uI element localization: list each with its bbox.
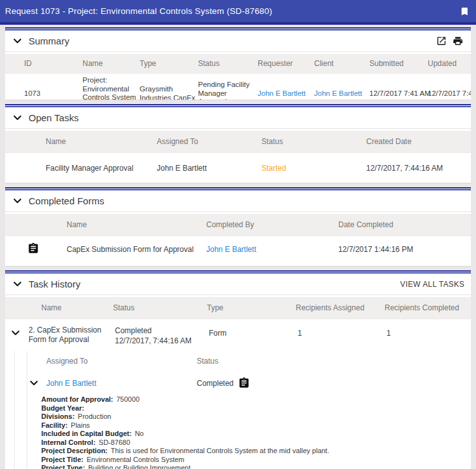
section-title: Open Tasks (29, 112, 465, 123)
client-link[interactable]: John E Bartlett (314, 89, 362, 97)
task-name: Facility Manager Approval (46, 164, 157, 173)
recipient-link[interactable]: John E Bartlett (46, 379, 96, 388)
column-header: Status (113, 303, 207, 312)
recipients-completed-count: 1 (387, 326, 471, 338)
detail-line: Amount for Approval:750000 (41, 395, 463, 404)
form-name: CapEx Submission Form for Approval (67, 245, 206, 254)
section-title: Summary (29, 36, 430, 46)
requester-link[interactable]: John E Bartlett (258, 89, 305, 97)
column-header: Assigned To (46, 357, 197, 366)
summary-cell-submitted: 12/7/2017 7:41 AM (369, 89, 426, 98)
column-header: Updated (428, 59, 468, 68)
recipient-row: John E Bartlett Completed (27, 371, 471, 393)
open-tasks-column-headers: Name Assigned To Status Created Date (5, 131, 471, 152)
column-header: Recipients Assigned (296, 303, 385, 312)
column-header: Name (41, 303, 113, 312)
detail-line: Project Title:Environmental Controls Sys… (41, 456, 463, 465)
expand-chevron-icon[interactable] (29, 378, 39, 388)
column-header: Client (314, 59, 368, 68)
column-header: Recipients Completed (385, 303, 471, 312)
summary-header: Summary (5, 30, 471, 52)
recipients-assigned-count: 1 (298, 326, 387, 338)
form-field-details: Amount for Approval:750000 Budget Year: … (27, 393, 471, 469)
completed-forms-section: Completed Forms Name Completed By Date C… (5, 187, 471, 267)
summary-column-headers: ID Name Type Status Requester Client Sub… (5, 54, 471, 73)
chevron-down-icon[interactable] (12, 112, 23, 123)
chevron-down-icon[interactable] (12, 279, 23, 289)
view-all-tasks-button[interactable]: VIEW ALL TASKS (400, 280, 465, 289)
detail-line: Internal Control:SD-87680 (41, 439, 463, 447)
column-header: Submitted (369, 59, 426, 68)
open-in-new-icon[interactable] (436, 36, 447, 46)
task-assigned-to: John E Bartlett (157, 164, 261, 173)
column-header: Name (83, 59, 138, 68)
column-header: Type (207, 303, 296, 312)
task-history-column-headers: Name Status Type Recipients Assigned Rec… (5, 297, 471, 319)
column-header: ID (24, 59, 81, 68)
summary-cell-status: Pending Facility Manager Approval (198, 81, 256, 100)
section-title: Task History (29, 279, 395, 289)
summary-cell-type: Graysmith Industries CapEx (140, 85, 197, 100)
task-expand-area: Assigned To Status John E Bartlett Compl… (14, 351, 471, 469)
detail-line: Project Type:Building or Building Improv… (41, 464, 463, 469)
history-task-type: Form (209, 326, 298, 338)
summary-cell-id: 1073 (24, 89, 81, 98)
completed-forms-column-headers: Name Completed By Date Completed (5, 214, 471, 235)
summary-row: 1073 Project: Environmental Controls Sys… (5, 73, 471, 100)
summary-cell-name: Project: Environmental Controls System (… (83, 76, 138, 100)
history-task-status-date: 12/7/2017, 7:44:16 AM (115, 336, 209, 346)
history-task-status: Completed (115, 326, 209, 336)
task-created-date: 12/7/2017, 7:44:16 AM (366, 164, 471, 173)
completed-forms-header: Completed Forms (5, 190, 471, 212)
open-task-row[interactable]: Facility Manager Approval John E Bartlet… (5, 152, 471, 183)
column-header: Requester (258, 59, 313, 68)
column-header: Completed By (206, 220, 338, 229)
column-header: Name (46, 137, 157, 146)
task-history-header: Task History VIEW ALL TASKS (5, 274, 471, 295)
form-date-completed: 12/7/2017 1:44:16 PM (338, 245, 471, 254)
clipboard-form-icon[interactable] (27, 242, 39, 254)
detail-line: Included in Capital Budget:No (41, 430, 463, 439)
column-header: Created Date (366, 137, 471, 146)
column-header: Status (197, 357, 471, 366)
section-title: Completed Forms (29, 195, 465, 206)
column-header: Status (261, 137, 366, 146)
detail-line: Project Description:This is used for Env… (41, 447, 463, 456)
open-tasks-header: Open Tasks (5, 107, 471, 129)
history-task-name: 2. CapEx Submission Form for Approval (25, 326, 115, 345)
open-tasks-section: Open Tasks Name Assigned To Status Creat… (5, 104, 471, 183)
detail-line: Budget Year: (41, 404, 463, 413)
column-header: Date Completed (338, 220, 471, 229)
summary-section: Summary ID Name Type Status Requester Cl… (5, 27, 471, 100)
completed-form-row: CapEx Submission Form for Approval John … (5, 235, 471, 263)
chevron-down-icon[interactable] (12, 36, 23, 46)
task-history-section: Task History VIEW ALL TASKS Name Status … (5, 270, 471, 469)
clipboard-form-icon[interactable] (238, 377, 250, 389)
column-header: Assigned To (157, 137, 261, 146)
task-status-badge: Started (261, 164, 366, 173)
recipient-status: Completed (197, 379, 234, 388)
content-area: Summary ID Name Type Status Requester Cl… (0, 25, 476, 469)
column-header: Type (140, 59, 197, 68)
page-title: Request 1073 - Project: Environmental Co… (5, 6, 272, 16)
expand-chevron-icon[interactable] (10, 327, 21, 338)
detail-line: Divisions:Production (41, 413, 463, 421)
recipient-expand-area: Assigned To Status John E Bartlett Compl… (27, 351, 471, 469)
chevron-down-icon[interactable] (12, 195, 23, 206)
completed-by-link[interactable]: John E Bartlett (206, 245, 256, 254)
recipient-column-headers: Assigned To Status (27, 351, 471, 371)
task-history-row: 2. CapEx Submission Form for Approval Co… (5, 319, 471, 351)
bookmark-icon[interactable] (459, 6, 470, 17)
column-header: Status (198, 59, 256, 68)
print-icon[interactable] (453, 36, 463, 46)
detail-line: Facility:Plains (41, 421, 463, 430)
column-header: Name (67, 220, 206, 229)
summary-cell-updated: 12/7/2017 7:44 AM (428, 89, 471, 98)
app-header-bar: Request 1073 - Project: Environmental Co… (0, 0, 476, 25)
